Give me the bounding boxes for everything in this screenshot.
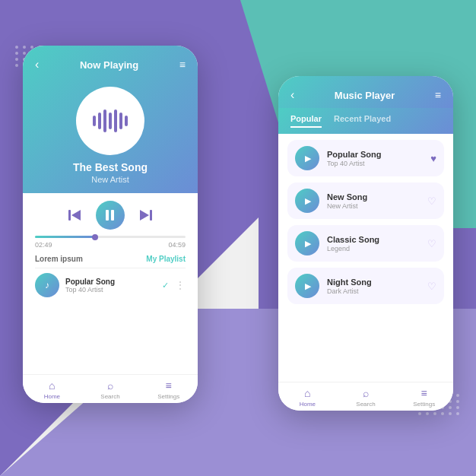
progress-fill [35,236,95,238]
playlist-song-title: Popular Song [65,278,156,286]
songs-list: ▶ Popular Song Top 40 Artist ♥ ▶ New Son… [278,134,453,382]
phone-music-player: ‹ Music Player ≡ Popular Recent Played ▶… [278,76,453,411]
svg-rect-0 [68,210,71,221]
search-icon: ⌕ [107,379,113,392]
home-label-2: Home [300,401,316,408]
next-button[interactable] [138,210,152,221]
phone1-header: ‹ Now Playing ≡ The Best Song New Artist [23,46,198,193]
menu-icon[interactable]: ≡ [179,59,186,71]
play-icon: ▶ [305,281,311,291]
settings-label: Settings [157,393,179,400]
song-info: The Best Song New Artist [35,161,186,193]
time-labels: 02:49 04:59 [35,241,186,249]
pause-button[interactable] [96,201,125,230]
nav-settings-2[interactable]: ≡ Settings [395,387,453,408]
list-item: ▶ New Song New Artist ♡ [287,182,444,219]
lorem-ipsum-label: Lorem ipsum [35,255,83,263]
svg-rect-2 [106,210,109,221]
music-note-icon: ♪ [45,280,49,290]
play-button-4[interactable]: ▶ [295,274,319,298]
song-list-info-1: Popular Song Top 40 Artist [327,150,423,167]
song-list-artist-1: Top 40 Artist [327,160,423,167]
phone2-title: Music Player [335,90,395,101]
song-list-title-2: New Song [327,192,420,202]
current-time: 02:49 [35,241,52,249]
album-art-container [35,78,186,161]
playback-controls [35,201,186,230]
album-art [76,87,144,155]
check-icon: ✓ [162,281,169,290]
song-list-info-2: New Song New Artist [327,192,420,210]
settings-icon: ≡ [166,379,172,392]
nav-search[interactable]: ⌕ Search [81,379,140,400]
waveform-icon [93,109,128,132]
nav-home[interactable]: ⌂ Home [23,379,81,400]
song-list-title-1: Popular Song [327,150,423,159]
tab-recent[interactable]: Recent Played [334,114,391,128]
svg-marker-1 [71,210,81,221]
tabs-bar: Popular Recent Played [278,108,453,134]
song-list-info-4: Night Song Dark Artist [327,278,420,295]
playlist-item: ♪ Popular Song Top 40 Artist ✓ ⋮ [35,268,186,302]
search-label-2: Search [356,401,375,408]
home-label: Home [44,393,60,400]
search-icon-2: ⌕ [363,387,369,399]
phone-now-playing: ‹ Now Playing ≡ The Best Song New Artist [23,46,198,403]
song-list-artist-4: Dark Artist [327,287,420,295]
home-icon-2: ⌂ [304,387,310,399]
play-icon: ▶ [305,196,311,206]
playlist-thumb: ♪ [35,273,59,297]
phone2-bottom-nav: ⌂ Home ⌕ Search ≡ Settings [278,382,453,411]
nav-home-2[interactable]: ⌂ Home [278,387,337,408]
song-list-artist-2: New Artist [327,202,420,210]
back-button-2[interactable]: ‹ [290,88,294,102]
nav-search-2[interactable]: ⌕ Search [337,387,395,408]
list-item: ▶ Night Song Dark Artist ♡ [287,268,444,304]
song-list-info-3: Classic Song Legend [327,235,420,252]
player-body: 02:49 04:59 Lorem ipsum My Playlist ♪ Po… [23,193,198,374]
song-list-title-4: Night Song [327,278,420,287]
playlist-song-artist: Top 40 Artist [65,286,156,294]
svg-rect-3 [111,210,114,221]
more-options-icon[interactable]: ⋮ [175,279,186,291]
heart-icon-1[interactable]: ♥ [430,153,436,164]
svg-marker-5 [140,210,149,221]
play-icon: ▶ [305,154,311,163]
phone1-nav: ‹ Now Playing ≡ [35,58,186,71]
play-button-1[interactable]: ▶ [295,146,319,170]
list-item: ▶ Classic Song Legend ♡ [287,225,444,262]
home-icon: ⌂ [49,379,55,392]
settings-label-2: Settings [413,401,435,408]
progress-dot [92,234,98,240]
play-icon: ▶ [305,239,311,249]
song-title: The Best Song [35,161,186,173]
song-list-title-3: Classic Song [327,235,420,244]
nav-settings[interactable]: ≡ Settings [139,379,198,400]
settings-icon-2: ≡ [421,387,427,399]
svg-rect-4 [150,210,152,221]
total-time: 04:59 [168,241,186,249]
phone2-nav: ‹ Music Player ≡ [290,88,441,102]
song-artist: New Artist [35,175,186,184]
heart-icon-3[interactable]: ♡ [427,238,436,249]
playlist-header: Lorem ipsum My Playlist [35,255,186,263]
play-button-2[interactable]: ▶ [295,189,319,213]
prev-button[interactable] [68,210,82,221]
playlist-item-info: Popular Song Top 40 Artist [65,278,156,294]
my-playlist-label[interactable]: My Playlist [146,255,186,263]
song-list-artist-3: Legend [327,245,420,252]
progress-section: 02:49 04:59 [35,236,186,249]
back-button[interactable]: ‹ [35,58,39,71]
menu-icon-2[interactable]: ≡ [435,89,441,101]
heart-icon-2[interactable]: ♡ [427,195,436,207]
phone1-bottom-nav: ⌂ Home ⌕ Search ≡ Settings [23,374,198,403]
list-item: ▶ Popular Song Top 40 Artist ♥ [287,140,444,176]
phone1-title: Now Playing [80,59,138,71]
progress-bar[interactable] [35,236,186,238]
heart-icon-4[interactable]: ♡ [427,281,436,292]
tab-popular[interactable]: Popular [290,114,322,128]
phone2-header: ‹ Music Player ≡ [278,76,453,108]
play-button-3[interactable]: ▶ [295,231,319,255]
search-label: Search [100,393,119,400]
